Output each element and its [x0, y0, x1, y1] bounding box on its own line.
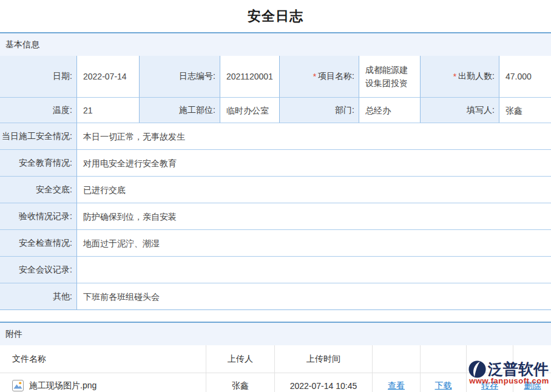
field-value-construction-part: 临时办公室: [220, 97, 279, 123]
field-label-acceptance-record: 验收情况记录:: [0, 203, 76, 229]
section-attachments-label: 附件: [5, 329, 22, 340]
field-value-writer: 张鑫: [499, 97, 551, 123]
field-label-date: 日期:: [0, 56, 76, 97]
field-label-safety-disclosure: 安全交底:: [0, 176, 76, 203]
section-basic-info: 基本信息: [0, 32, 551, 56]
table-row: 温度: 21 施工部位: 临时办公室 部门: 总经办 填写人: 张鑫: [0, 97, 551, 123]
col-header-action-1: [372, 345, 420, 373]
table-row: 安全检查情况: 地面过于泥泞、潮湿: [0, 229, 551, 256]
section-attachments: 附件: [0, 322, 551, 345]
field-value-department: 总经办: [359, 97, 420, 123]
field-value-other: 下班前各班组碰头会: [76, 283, 551, 309]
field-label-attendance: *出勤人数:: [420, 56, 499, 97]
col-header-uploader: 上传人: [206, 345, 274, 373]
section-gap: [0, 310, 551, 322]
download-link[interactable]: 下载: [435, 380, 452, 391]
delete-link[interactable]: 删除: [524, 380, 541, 391]
field-label-project-name: *项目名称:: [279, 56, 359, 97]
field-value-safety-inspection: 地面过于泥泞、潮湿: [76, 229, 551, 256]
col-header-action-2: [420, 345, 466, 373]
field-label-safety-education: 安全教育情况:: [0, 149, 76, 176]
field-value-acceptance-record: 防护确保到位，亲自安装: [76, 203, 551, 229]
basic-info-table: 日期: 2022-07-14 日志编号: 2021120001 *项目名称: 成…: [0, 56, 551, 310]
field-label-daily-safety: 当日施工安全情况:: [0, 123, 76, 149]
col-header-action-3: [466, 345, 513, 373]
section-basic-info-label: 基本信息: [5, 39, 39, 50]
field-label-safety-inspection: 安全检查情况:: [0, 229, 76, 256]
col-header-action-4: [513, 345, 551, 373]
attachments-header-row: 文件名称 上传人 上传时间: [0, 345, 551, 373]
field-label-construction-part: 施工部位:: [139, 97, 220, 123]
field-label-safety-meeting: 安全会议记录:: [0, 256, 76, 283]
file-name-cell: 施工现场图片.png: [0, 373, 206, 392]
attachments-table: 文件名称 上传人 上传时间 施工现场图片.png 张鑫 2022-07-14 1…: [0, 345, 551, 392]
save-as-link[interactable]: 转存: [481, 380, 498, 391]
field-value-log-number: 2021120001: [220, 56, 279, 97]
field-label-department: 部门:: [279, 97, 359, 123]
field-value-safety-disclosure: 已进行交底: [76, 176, 551, 203]
view-link[interactable]: 查看: [388, 380, 405, 391]
field-value-attendance: 47.000: [499, 56, 551, 97]
field-label-temperature: 温度:: [0, 97, 76, 123]
image-file-icon: [12, 380, 24, 391]
field-label-log-number: 日志编号:: [139, 56, 220, 97]
field-label-other: 其他:: [0, 283, 76, 309]
title-bar: 安全日志: [0, 0, 551, 32]
page-title: 安全日志: [248, 7, 303, 25]
col-header-upload-time: 上传时间: [274, 345, 372, 373]
table-row: 安全交底: 已进行交底: [0, 176, 551, 203]
field-value-safety-meeting: [76, 256, 551, 283]
required-marker: *: [453, 72, 456, 81]
table-row: 日期: 2022-07-14 日志编号: 2021120001 *项目名称: 成…: [0, 56, 551, 97]
field-value-project-name: 成都能源建设集团投资: [359, 56, 420, 97]
field-value-date: 2022-07-14: [76, 56, 139, 97]
field-value-temperature: 21: [76, 97, 139, 123]
uploader-cell: 张鑫: [206, 373, 274, 392]
upload-time-cell: 2022-07-14 10:45: [274, 373, 372, 392]
table-row: 验收情况记录: 防护确保到位，亲自安装: [0, 203, 551, 229]
col-header-file-name: 文件名称: [0, 345, 206, 373]
required-marker: *: [313, 72, 316, 81]
field-label-writer: 填写人:: [420, 97, 499, 123]
table-row: 安全教育情况: 对用电安全进行安全教育: [0, 149, 551, 176]
field-value-daily-safety: 本日一切正常，无事故发生: [76, 123, 551, 149]
table-row: 其他: 下班前各班组碰头会: [0, 283, 551, 309]
table-row: 施工现场图片.png 张鑫 2022-07-14 10:45 查看 下载 转存 …: [0, 373, 551, 392]
field-value-safety-education: 对用电安全进行安全教育: [76, 149, 551, 176]
table-row: 当日施工安全情况: 本日一切正常，无事故发生: [0, 123, 551, 149]
table-row: 安全会议记录:: [0, 256, 551, 283]
file-name: 施工现场图片.png: [29, 380, 96, 391]
